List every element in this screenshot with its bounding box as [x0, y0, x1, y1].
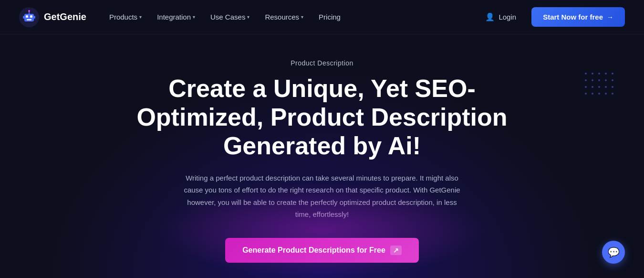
hero-title: Create a Unique, Yet SEO-Optimized, Prod…: [136, 75, 508, 160]
logo[interactable]: GetGenie: [19, 7, 86, 27]
arrow-right-icon: →: [607, 13, 613, 21]
dots-decoration: [585, 73, 615, 96]
chat-icon: 💬: [608, 246, 620, 258]
svg-rect-4: [27, 19, 31, 21]
nav-right: 👤 Login Start Now for free →: [479, 7, 625, 27]
svg-rect-3: [30, 15, 32, 18]
chevron-down-icon: ▾: [301, 14, 303, 20]
start-now-button[interactable]: Start Now for free →: [531, 7, 625, 27]
chevron-down-icon: ▾: [139, 14, 142, 20]
login-button[interactable]: 👤 Login: [479, 9, 522, 25]
hero-subtitle: Product Description: [291, 59, 353, 67]
svg-rect-8: [34, 16, 35, 19]
chat-support-button[interactable]: 💬: [602, 241, 625, 264]
navbar: GetGenie Products ▾ Integration ▾ Use Ca…: [0, 0, 644, 34]
nav-item-use-cases[interactable]: Use Cases ▾: [205, 9, 255, 25]
nav-item-resources[interactable]: Resources ▾: [259, 9, 309, 25]
chevron-down-icon: ▾: [247, 14, 249, 20]
svg-rect-2: [26, 15, 28, 18]
svg-rect-7: [23, 16, 24, 19]
left-glow: [0, 182, 143, 278]
nav-left: GetGenie Products ▾ Integration ▾ Use Ca…: [19, 7, 346, 27]
nav-item-integration[interactable]: Integration ▾: [151, 9, 201, 25]
logo-icon: [19, 7, 39, 27]
nav-item-products[interactable]: Products ▾: [104, 9, 147, 25]
svg-rect-1: [24, 14, 34, 21]
nav-links: Products ▾ Integration ▾ Use Cases ▾ Res…: [104, 9, 346, 25]
external-link-icon: ↗: [390, 246, 402, 255]
svg-point-6: [28, 10, 30, 12]
cta-button[interactable]: Generate Product Descriptions for Free ↗: [225, 238, 419, 263]
nav-item-pricing[interactable]: Pricing: [313, 9, 346, 25]
hero-description: Writing a perfect product description ca…: [184, 172, 460, 221]
hero-section: Product Description Create a Unique, Yet…: [0, 34, 644, 278]
logo-text: GetGenie: [44, 11, 86, 22]
user-icon: 👤: [485, 12, 495, 21]
chevron-down-icon: ▾: [193, 14, 195, 20]
